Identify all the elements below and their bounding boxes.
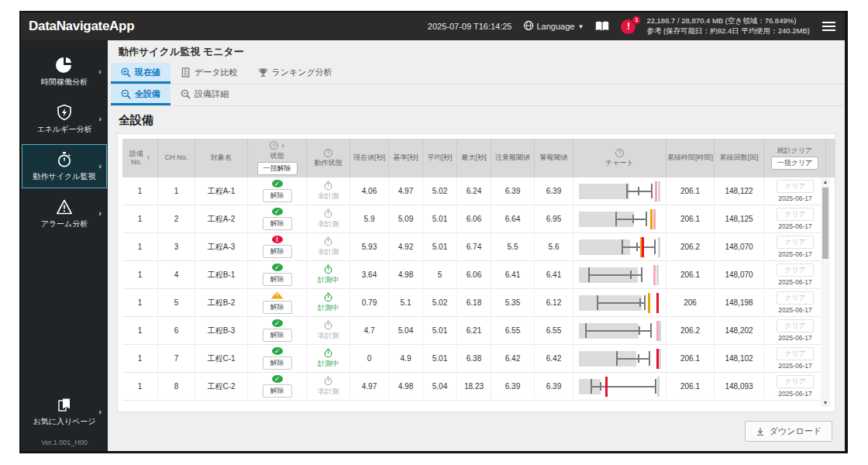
header-label: 平均[秒] [427, 153, 452, 162]
scrollbar-thumb[interactable] [822, 188, 828, 259]
clear-button[interactable]: クリア [777, 291, 814, 305]
clear-button[interactable]: クリア [777, 264, 814, 277]
batch-clear-button[interactable]: 一括クリア [771, 157, 819, 170]
release-button[interactable]: 解除 [263, 301, 292, 314]
cell-max-value: 6.06 [457, 205, 491, 232]
cell-max-value: 18.23 [457, 373, 491, 400]
chart-mid-tick [630, 270, 632, 279]
cell-average-value: 5.02 [423, 289, 457, 316]
release-button[interactable]: 解除 [263, 217, 292, 230]
cell-status: ✓ 解除 [248, 345, 307, 372]
secondary-tabs: 全設備 設備詳細 [108, 84, 845, 106]
sidebar-item-favorites[interactable]: お気に入りページ › [22, 391, 107, 433]
clear-button[interactable]: クリア [777, 208, 814, 221]
cell-cumulative-count: 148,070 [715, 261, 764, 288]
cell-equip-no: 1 [122, 345, 158, 372]
clear-button[interactable]: クリア [777, 347, 814, 360]
chart-threshold-marker [642, 237, 644, 257]
header-equip-no: 設備 No.↑ [122, 139, 158, 177]
energy-shield-icon [56, 104, 73, 121]
header-target-name: 対象名 [195, 139, 248, 177]
cell-stats-clear: クリア 2025-06-17 [764, 345, 821, 372]
cell-target-name: 工程A-3 [195, 233, 248, 260]
tab-data-comparison[interactable]: データ比較 [170, 63, 248, 84]
clear-date: 2025-06-17 [778, 195, 811, 202]
chart-threshold-marker [658, 181, 660, 202]
release-button[interactable]: 解除 [263, 273, 292, 286]
scroll-up-icon[interactable]: ▲ [823, 179, 828, 184]
cell-max-value: 6.06 [457, 261, 491, 288]
cell-max-value: 6.74 [457, 233, 491, 260]
sidebar-item-label: エネルギー分析 [37, 124, 92, 135]
scroll-down-icon[interactable]: ▼ [823, 400, 828, 405]
sidebar-item-cycle-monitoring[interactable]: 動作サイクル監視 › [22, 144, 107, 188]
cell-ch-no: 6 [158, 317, 195, 344]
release-button[interactable]: 解除 [263, 384, 292, 398]
release-button[interactable]: 解除 [263, 245, 292, 258]
help-icon[interactable]: ? [324, 149, 332, 157]
op-state-label: 非計測 [318, 219, 339, 229]
cell-cumulative-time: 206.1 [666, 345, 715, 372]
language-selector[interactable]: Language ▼ [523, 20, 584, 33]
clear-button[interactable]: クリア [777, 375, 814, 388]
alert-notification-button[interactable]: ! 1 [621, 19, 636, 34]
cell-target-name: 工程B-1 [195, 261, 248, 288]
stopwatch-icon [323, 376, 333, 386]
cell-cumulative-count: 148,125 [715, 205, 764, 232]
cell-alarm-threshold: 6.42 [535, 345, 574, 372]
manual-book-button[interactable] [594, 20, 610, 33]
sidebar-item-energy-analysis[interactable]: エネルギー分析 › [22, 97, 107, 141]
cell-stats-clear: クリア 2025-06-17 [764, 233, 821, 260]
cell-cumulative-count: 148,122 [715, 177, 764, 205]
alert-count-badge: 1 [632, 16, 641, 25]
chart-max-cap [644, 295, 646, 309]
chart-whisker-line [615, 219, 646, 220]
clear-button[interactable]: クリア [777, 180, 814, 193]
tab-current-value[interactable]: 現在値 [111, 63, 170, 84]
status-icon: ✓ [272, 319, 283, 327]
release-button[interactable]: 解除 [263, 189, 292, 202]
cell-standard-value: 4.9 [389, 345, 423, 372]
header-stats-clear: 統計クリア 一括クリア [764, 139, 826, 177]
top-bar: DataNavigateApp 2025-07-09 T16:14:25 Lan… [21, 12, 845, 40]
tab-all-equipment[interactable]: 全設備 [111, 84, 170, 105]
tab-equipment-detail[interactable]: 設備詳細 [170, 84, 239, 105]
download-button[interactable]: ダウンロード [745, 421, 832, 442]
status-icon: ✓ [272, 180, 283, 188]
sidebar-item-time-operation-analysis[interactable]: 時間稼働分析 › [22, 50, 107, 94]
cell-equip-no: 1 [122, 205, 158, 232]
cell-average-value: 5.04 [423, 373, 457, 400]
tab-ranking-analysis[interactable]: ランキング分析 [248, 63, 343, 84]
header-cumulative-count: 累積回数[回] [715, 139, 764, 177]
clear-button[interactable]: クリア [777, 319, 814, 332]
chart-mid-tick [639, 326, 640, 335]
stopwatch-icon [323, 208, 333, 219]
magnifier-icon [181, 89, 191, 99]
table-scrollbar[interactable]: ▲ ▼ [821, 177, 830, 407]
clear-button[interactable]: クリア [777, 236, 814, 249]
chevron-right-icon[interactable]: › [281, 141, 284, 151]
header-label: 最大[秒] [461, 153, 486, 162]
cell-alarm-threshold: 6.39 [535, 177, 574, 205]
header-average: 平均[秒] [423, 139, 457, 177]
cell-ch-no: 7 [158, 345, 195, 372]
chart-whisker-line [585, 330, 650, 332]
sort-ascending-icon[interactable]: ↑ [146, 153, 150, 164]
magnifier-plus-icon [121, 67, 131, 78]
help-icon[interactable]: ? [615, 149, 624, 157]
cell-cumulative-time: 206.1 [666, 205, 715, 232]
stopwatch-icon [323, 236, 333, 246]
header-label: 統計クリア [777, 146, 813, 155]
help-icon[interactable]: ? [270, 141, 278, 150]
stopwatch-icon [323, 264, 333, 274]
header-caution-threshold: 注意報閾値 [491, 139, 535, 177]
chevron-right-icon: › [98, 208, 102, 217]
hamburger-menu-button[interactable] [821, 20, 837, 33]
table-row: 1 7 工程C-1 ✓ 解除 計測中 0 4.9 5.01 6.38 6.42 … [122, 345, 821, 373]
release-button[interactable]: 解除 [263, 329, 292, 342]
header-chart: ? チャート [574, 139, 666, 177]
batch-release-button[interactable]: 一括解除 [257, 162, 298, 175]
sidebar-item-alarm-analysis[interactable]: アラーム分析 › [22, 191, 107, 236]
cell-caution-threshold: 6.39 [491, 373, 535, 400]
release-button[interactable]: 解除 [263, 356, 292, 370]
